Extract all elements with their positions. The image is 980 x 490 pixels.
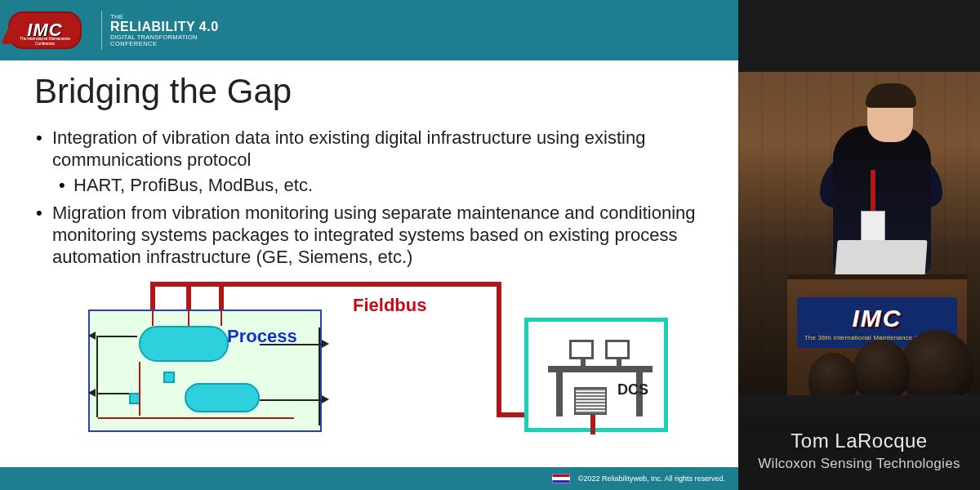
pipe [96, 336, 137, 337]
conf-sub2: CONFERENCE [110, 41, 219, 47]
server-icon [574, 387, 607, 415]
slide-header-bar: IMC The International Maintenance Confer… [0, 0, 738, 60]
imc-logo-subtext: The International Maintenance Conference [15, 36, 75, 46]
arrow-icon [322, 395, 329, 403]
imc-logo: IMC The International Maintenance Confer… [8, 11, 82, 49]
bus-line [497, 282, 501, 412]
desk-icon [548, 366, 653, 372]
conf-the: THE [110, 14, 219, 20]
desk-leg [556, 372, 563, 416]
speaker-video: IMC The 36th International Maintenance C… [738, 72, 980, 395]
bus-line [150, 282, 155, 311]
fieldbus-diagram: Fieldbus [83, 282, 671, 437]
lower-third: Tom LaRocque Wilcoxon Sensing Technologi… [738, 395, 980, 490]
fieldbus-label: Fieldbus [353, 295, 426, 316]
speaker-org: Wilcoxon Sensing Technologies [758, 456, 960, 472]
bullet-2: Migration from vibration monitoring usin… [34, 203, 704, 268]
lanyard [871, 170, 875, 212]
bullet-1-sublist: HART, ProfiBus, ModBus, etc. [52, 175, 704, 197]
valve-icon [163, 372, 175, 383]
process-label: Process [227, 326, 297, 347]
arrow-icon [88, 389, 96, 397]
bus-line [186, 282, 191, 311]
bus-line [150, 282, 501, 287]
monitor-icon [569, 340, 594, 359]
speaker-hair [866, 83, 916, 108]
dcs-box [524, 318, 668, 432]
vessel-icon [139, 326, 229, 362]
conference-title-block: THE RELIABILITY 4.0 DIGITAL TRANSFORMATI… [110, 14, 219, 47]
bullet-1-text: Integration of vibration data into exist… [52, 127, 645, 170]
arrow-icon [88, 332, 96, 340]
bullet-1-sub-1: HART, ProfiBus, ModBus, etc. [52, 175, 704, 197]
video-frame: IMC The International Maintenance Confer… [0, 0, 980, 490]
monitor-stand [617, 359, 621, 366]
podium-logo: IMC [853, 305, 902, 332]
monitor-stand [581, 359, 586, 366]
badge [861, 211, 885, 243]
laptop [835, 240, 927, 276]
bus-line [590, 415, 595, 434]
header-separator [101, 11, 102, 50]
audience [817, 330, 980, 395]
pipe [96, 336, 98, 417]
arrow-icon [322, 340, 329, 348]
pipe [96, 393, 129, 394]
flag-icon [552, 474, 570, 483]
pipe [318, 327, 320, 425]
presentation-slide: IMC The International Maintenance Confer… [0, 0, 738, 490]
pipe [260, 399, 322, 401]
bullet-2-text: Migration from vibration monitoring usin… [52, 203, 696, 267]
slide-footer: ©2022 Reliabilityweb, Inc. All rights re… [0, 467, 738, 490]
wire [152, 311, 154, 326]
dcs-label: DCS [617, 381, 648, 399]
conf-main: RELIABILITY 4.0 [110, 20, 219, 34]
bullet-1: Integration of vibration data into exist… [34, 127, 704, 196]
audience-head [853, 340, 910, 395]
speaker-name: Tom LaRocque [791, 430, 927, 452]
wire [220, 311, 222, 326]
camera-pane: IMC The 36th International Maintenance C… [738, 0, 980, 490]
audience-head [900, 330, 973, 395]
slide-title: Bridging the Gap [34, 72, 704, 111]
bus-line [219, 282, 224, 311]
copyright-text: ©2022 Reliabilityweb, Inc. All rights re… [578, 474, 725, 483]
vessel-icon [185, 383, 260, 412]
wire [139, 362, 140, 416]
monitor-icon [605, 340, 630, 359]
bullet-list: Integration of vibration data into exist… [34, 127, 704, 269]
wire [188, 311, 189, 326]
slide-body: Bridging the Gap Integration of vibratio… [0, 60, 738, 437]
audience-head [808, 353, 858, 395]
wire [98, 417, 294, 419]
